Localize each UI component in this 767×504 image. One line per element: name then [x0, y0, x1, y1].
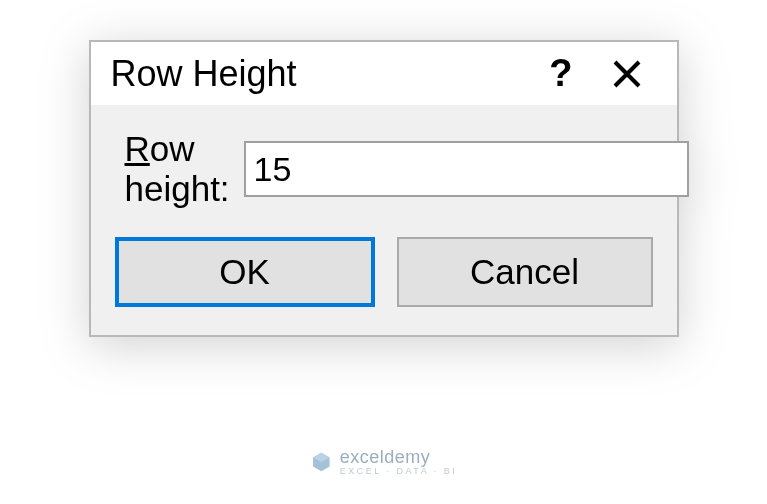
row-height-dialog: Row Height ? Row height: OK Cancel	[89, 40, 679, 337]
watermark-brand: exceldemy	[340, 448, 457, 466]
watermark-tagline: EXCEL · DATA · BI	[340, 467, 457, 476]
dialog-shadow-wrapper: Row Height ? Row height: OK Cancel	[89, 40, 679, 337]
ok-button[interactable]: OK	[115, 237, 375, 307]
input-row: Row height:	[115, 129, 653, 209]
dialog-title: Row Height	[111, 53, 522, 95]
watermark: exceldemy EXCEL · DATA · BI	[310, 448, 457, 476]
dialog-body: Row height: OK Cancel	[91, 105, 677, 335]
watermark-icon	[310, 451, 332, 473]
button-row: OK Cancel	[115, 237, 653, 307]
row-height-label: Row height:	[125, 129, 230, 209]
close-button[interactable]	[601, 58, 653, 90]
watermark-text: exceldemy EXCEL · DATA · BI	[340, 448, 457, 476]
help-button[interactable]: ?	[521, 52, 600, 95]
cancel-button[interactable]: Cancel	[397, 237, 653, 307]
accelerator-underline: R	[125, 129, 150, 168]
dialog-titlebar: Row Height ?	[91, 42, 677, 105]
row-height-input[interactable]	[244, 141, 689, 197]
close-icon	[611, 58, 643, 90]
